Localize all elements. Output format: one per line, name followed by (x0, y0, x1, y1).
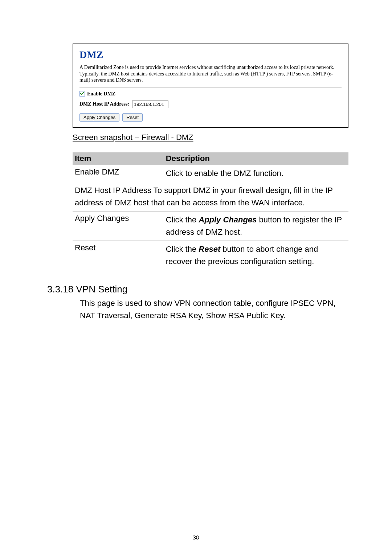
dmz-address-label: DMZ Host IP Address: (79, 101, 129, 107)
table-header-row: Item Description (73, 152, 348, 165)
cell-item: Reset (73, 241, 164, 270)
desc-pre: Click the (166, 215, 199, 224)
divider (79, 87, 342, 87)
cell-desc: Click the Reset button to abort change a… (164, 241, 348, 270)
page-number: 38 (0, 534, 392, 541)
desc-pre: Click the (166, 245, 199, 254)
section-body: This page is used to show VPN connection… (80, 297, 345, 322)
enable-dmz-label: Enable DMZ (87, 91, 115, 97)
enable-dmz-checkbox[interactable] (79, 91, 85, 97)
header-description: Description (164, 152, 348, 165)
table-row: Enable DMZ Click to enable the DMZ funct… (73, 165, 348, 182)
reset-button[interactable]: Reset (122, 113, 143, 122)
apply-changes-button[interactable]: Apply Changes (79, 113, 119, 122)
button-row: Apply Changes Reset (79, 113, 342, 122)
cell-item: Apply Changes (73, 211, 164, 241)
panel-description: A Demilitarized Zone is used to provide … (79, 64, 342, 83)
section-number: 3.3.18 (47, 284, 73, 295)
cell-combined: DMZ Host IP Address To support DMZ in yo… (73, 182, 348, 211)
header-item: Item (73, 152, 164, 165)
table-row: Reset Click the Reset button to abort ch… (73, 241, 348, 270)
section-title: VPN Setting (76, 284, 128, 295)
cell-item-inline: DMZ Host IP Address (75, 186, 151, 195)
cell-desc: Click the Apply Changes button to regist… (164, 211, 348, 241)
screenshot-caption: Screen snapshot – Firewall - DMZ (73, 133, 356, 142)
cell-desc: Click to enable the DMZ function. (164, 165, 348, 182)
dmz-address-row: DMZ Host IP Address: (79, 100, 342, 108)
table-row: DMZ Host IP Address To support DMZ in yo… (73, 182, 348, 211)
table-row: Apply Changes Click the Apply Changes bu… (73, 211, 348, 241)
desc-bold: Apply Changes (199, 215, 257, 224)
panel-title: DMZ (79, 49, 342, 61)
section-heading: 3.3.18 VPN Setting (47, 284, 356, 295)
desc-bold: Reset (199, 245, 220, 254)
cell-item: Enable DMZ (73, 165, 164, 182)
description-table: Item Description Enable DMZ Click to ena… (73, 152, 348, 270)
dmz-panel: DMZ A Demilitarized Zone is used to prov… (73, 44, 348, 128)
enable-dmz-row: Enable DMZ (79, 91, 342, 97)
dmz-address-input[interactable] (132, 100, 168, 108)
